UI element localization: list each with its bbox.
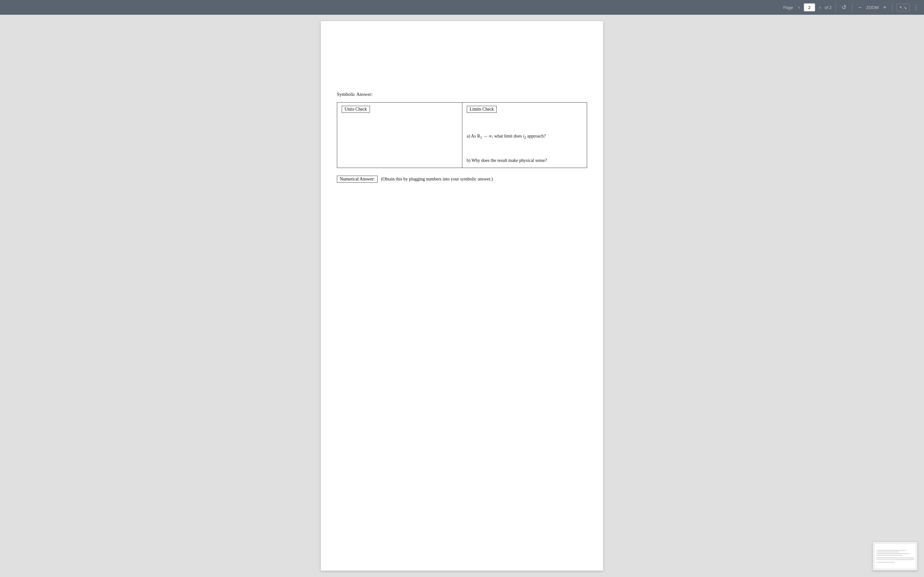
units-check-header: Units Check [342,106,370,113]
toolbar: Page ‹ › of 2 ↺ − ZOOM + ↖↘ ⋮ [0,0,462,15]
units-check-cell: Units Check [337,103,462,168]
content-area: Symbolic Answer: Units Check Limits Chec… [0,15,462,288]
symbolic-answer-label: Symbolic Answer: [337,92,462,97]
check-table: Units Check Limits Check a) As R1 → ∞, w… [337,102,462,168]
numerical-answer-text: (Obtain this by plugging numbers into yo… [381,177,462,182]
numerical-answer-label: Numerical Answer: [337,176,378,183]
pdf-page: Symbolic Answer: Units Check Limits Chec… [321,21,462,288]
numerical-answer-row: Numerical Answer: (Obtain this by pluggi… [337,176,462,183]
